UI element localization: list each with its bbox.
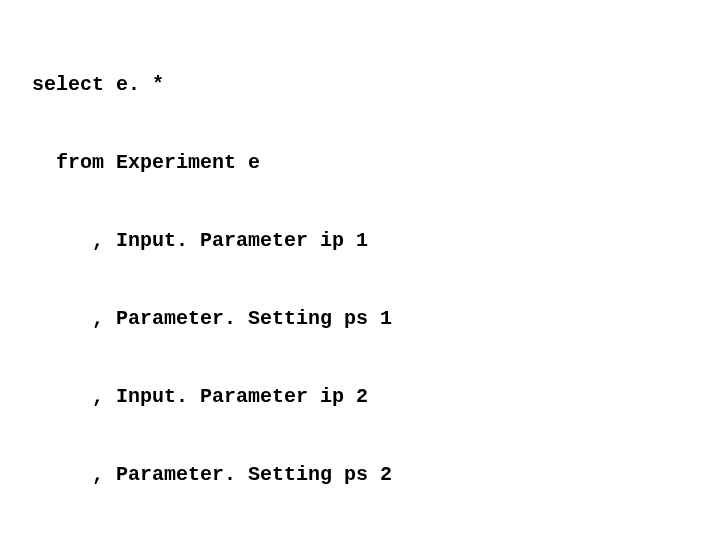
code-rest: Parameter. Setting ps 1 [116, 306, 392, 332]
code-line: ,Input. Parameter ip 2 [20, 384, 700, 410]
code-line: ,Input. Parameter ip 1 [20, 228, 700, 254]
code-line: selecte. * [20, 72, 700, 98]
code-rest: Input. Parameter ip 1 [116, 228, 368, 254]
keyword: , [20, 306, 116, 332]
keyword: select [20, 72, 116, 98]
keyword: , [20, 462, 116, 488]
code-rest: Input. Parameter ip 2 [116, 384, 368, 410]
keyword: , [20, 384, 116, 410]
code-rest: e. * [116, 72, 164, 98]
sql-code-block: selecte. * fromExperiment e ,Input. Para… [20, 20, 700, 540]
code-rest: Parameter. Setting ps 2 [116, 462, 392, 488]
code-line: ,Parameter. Setting ps 1 [20, 306, 700, 332]
code-rest: Experiment e [116, 150, 260, 176]
keyword: , [20, 228, 116, 254]
code-line: ,Parameter. Setting ps 2 [20, 462, 700, 488]
code-line: fromExperiment e [20, 150, 700, 176]
keyword: from [20, 150, 116, 176]
